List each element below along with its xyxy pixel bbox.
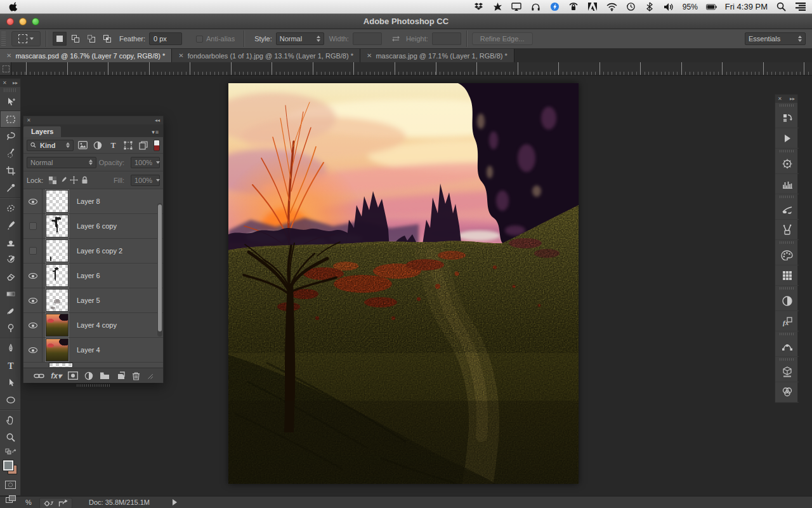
rectangular-marquee-tool[interactable] (0, 110, 21, 128)
menu-clock[interactable]: Fri 4:39 PM (725, 2, 768, 11)
dock-grip[interactable] (775, 286, 797, 291)
volume-icon[interactable] (664, 1, 674, 12)
notification-center-icon[interactable] (795, 1, 806, 12)
layer-thumbnail[interactable] (46, 239, 69, 262)
spotlight-icon[interactable] (776, 1, 787, 12)
height-input[interactable] (432, 32, 461, 45)
opacity-dropdown[interactable]: 100% (131, 157, 160, 168)
workspace-switcher[interactable]: Essentials (745, 32, 806, 45)
layer-filter-toggle[interactable] (154, 140, 160, 151)
pen-tool[interactable] (0, 340, 21, 357)
screen-mode-button[interactable] (0, 491, 21, 507)
clone-source-panel-icon[interactable] (775, 199, 799, 220)
tab-close-icon[interactable]: ✕ (367, 52, 372, 59)
lasso-tool[interactable] (0, 128, 21, 145)
layer-thumbnail[interactable] (46, 264, 69, 287)
new-selection-button[interactable] (53, 32, 67, 46)
new-layer-icon[interactable] (117, 371, 126, 380)
display-icon[interactable] (511, 1, 522, 12)
foreground-color-swatch[interactable] (3, 460, 13, 471)
dock-expand-icon[interactable]: ▸▸ (790, 96, 795, 102)
layer-thumbnail[interactable] (46, 215, 69, 237)
tab-close-icon[interactable]: ✕ (6, 52, 11, 59)
layer-visibility-toggle[interactable] (23, 313, 43, 337)
lock-pixels-icon[interactable] (58, 176, 69, 184)
dock-grip[interactable] (775, 194, 797, 199)
zoom-button[interactable] (32, 18, 39, 25)
document-size-info[interactable]: Doc: 35.8M/215.1M (89, 498, 150, 506)
dock-grip[interactable] (775, 103, 797, 108)
sync-settings-icon[interactable] (44, 500, 53, 507)
feather-input[interactable]: 0 px (149, 32, 182, 45)
anti-alias-checkbox[interactable] (196, 36, 203, 43)
quick-selection-tool[interactable] (0, 145, 21, 162)
lock-transparency-icon[interactable] (47, 177, 58, 184)
clone-stamp-tool[interactable] (0, 234, 21, 251)
adjustments-panel-icon[interactable] (775, 291, 799, 311)
width-input[interactable] (353, 32, 382, 45)
actions-panel-icon[interactable] (775, 128, 799, 149)
layer-row[interactable]: Layer 8 (23, 189, 163, 214)
layer-row-partial[interactable] (23, 363, 163, 367)
dock-grip[interactable] (775, 357, 797, 362)
layer-visibility-toggle[interactable] (23, 214, 43, 238)
hand-tool[interactable] (0, 411, 21, 429)
tab-close-icon[interactable]: ✕ (178, 52, 183, 59)
add-layer-mask-icon[interactable] (68, 371, 78, 380)
window-title-bar[interactable]: Adobe Photoshop CC (0, 14, 812, 29)
new-adjustment-layer-icon[interactable] (84, 371, 93, 380)
layer-visibility-toggle[interactable] (23, 189, 43, 213)
fill-dropdown[interactable]: 100% (131, 175, 160, 186)
type-tool[interactable]: T (0, 357, 21, 374)
delete-layer-icon[interactable] (132, 371, 140, 380)
dropbox-icon[interactable] (473, 1, 484, 12)
layer-row[interactable]: Layer 5 (23, 288, 163, 313)
crop-tool[interactable] (0, 162, 21, 179)
layer-filter-kind-dropdown[interactable]: Kind (27, 140, 74, 151)
hotspot-lock-icon[interactable] (568, 1, 579, 12)
status-flyout-arrow-icon[interactable] (173, 499, 177, 505)
filter-type-layers-icon[interactable]: T (107, 140, 119, 151)
style-dropdown[interactable]: Normal (276, 32, 324, 45)
layer-row[interactable]: Layer 6 copy 2 (23, 239, 163, 264)
subtract-from-selection-button[interactable] (84, 32, 98, 46)
document-tab[interactable]: ✕ fondoarboles (1 of 1).jpg @ 13.1% (Lay… (172, 49, 360, 62)
navigator-panel-icon[interactable] (775, 154, 799, 174)
ellipse-shape-tool[interactable] (0, 391, 21, 408)
lock-all-icon[interactable] (79, 176, 90, 184)
swap-colors-icon[interactable] (0, 446, 21, 458)
3d-panel-icon[interactable] (775, 362, 799, 382)
layer-visibility-toggle[interactable] (23, 239, 43, 263)
layer-style-fx-icon[interactable]: fx▾ (51, 371, 62, 380)
layers-close-icon[interactable]: ✕ (27, 117, 31, 123)
wifi-icon[interactable] (606, 1, 617, 12)
new-group-icon[interactable] (100, 371, 110, 380)
layer-row[interactable]: Layer 6 copy (23, 214, 163, 239)
eyedropper-tool[interactable] (0, 179, 21, 196)
path-selection-tool[interactable] (0, 374, 21, 391)
eraser-tool[interactable] (0, 268, 21, 285)
layer-thumbnail[interactable] (46, 289, 69, 312)
layer-row[interactable]: Layer 4 copy (23, 313, 163, 338)
dock-grip[interactable] (775, 149, 797, 154)
history-brush-tool[interactable] (0, 251, 21, 268)
swatches-panel-icon[interactable] (775, 265, 799, 286)
close-button[interactable] (6, 18, 14, 25)
time-machine-icon[interactable] (625, 1, 636, 12)
paths-panel-icon[interactable] (775, 337, 799, 357)
dodge-tool[interactable] (0, 319, 21, 337)
dock-grip[interactable] (775, 240, 797, 245)
layer-row[interactable]: Layer 4 (23, 338, 163, 363)
dock-close-icon[interactable]: ✕ (778, 96, 782, 102)
panel-drag-handle[interactable] (23, 383, 164, 387)
filter-smart-objects-icon[interactable] (137, 140, 150, 151)
move-tool[interactable] (0, 93, 21, 110)
headset-icon[interactable] (530, 1, 541, 12)
dock-grip[interactable] (775, 331, 797, 337)
zoom-level-field[interactable]: % (25, 498, 32, 506)
layer-thumbnail[interactable] (46, 314, 69, 337)
layers-tab[interactable]: Layers (23, 126, 61, 137)
color-panel-icon[interactable] (775, 245, 799, 265)
document-tab[interactable]: ✕ mascaras.jpg @ 17.1% (Layer 1, RGB/8) … (360, 49, 514, 62)
document-tab[interactable]: ✕ mascaras.psd @ 16.7% (Layer 7 copy, RG… (0, 49, 172, 62)
